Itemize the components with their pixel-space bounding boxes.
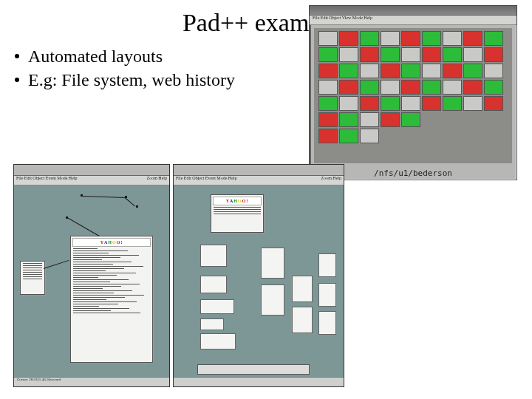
filesystem-tile bbox=[339, 64, 358, 78]
page-panel-small bbox=[292, 276, 313, 302]
page-panel-small bbox=[20, 261, 45, 295]
bullet-dot-icon bbox=[15, 78, 19, 82]
yahoo-logo: YAHOO! bbox=[213, 197, 262, 205]
filesystem-tile bbox=[318, 129, 338, 143]
bullet-dot-icon bbox=[15, 54, 19, 58]
filesystem-tile bbox=[463, 64, 482, 78]
filesystem-canvas bbox=[314, 28, 512, 163]
filesystem-screenshot: File Edit Object View Mode Help /nfs/u1/… bbox=[309, 5, 517, 180]
filesystem-tile bbox=[318, 64, 338, 78]
filesystem-tile bbox=[401, 64, 420, 78]
window-titlebar bbox=[310, 6, 516, 16]
bullet-item: Automated layouts bbox=[15, 44, 259, 68]
filesystem-tile bbox=[318, 96, 338, 111]
page-panel-small bbox=[200, 333, 236, 349]
filesystem-tile bbox=[339, 129, 358, 143]
filesystem-tile bbox=[381, 31, 400, 46]
filesystem-tile bbox=[401, 31, 420, 46]
window-menubar: File Edit Object Event Mode Help Zoom He… bbox=[174, 176, 344, 185]
filesystem-tile bbox=[360, 96, 379, 111]
filesystem-tile bbox=[443, 96, 462, 111]
page-panel-small bbox=[200, 318, 224, 330]
graph-edge bbox=[44, 260, 69, 269]
filesystem-tile bbox=[484, 96, 503, 111]
filesystem-tile bbox=[484, 64, 503, 78]
window-titlebar bbox=[14, 165, 169, 176]
bullet-text: Automated layouts bbox=[28, 44, 163, 68]
filesystem-tile bbox=[443, 47, 462, 62]
filesystem-tile bbox=[381, 80, 400, 95]
filesystem-tile bbox=[484, 31, 503, 46]
bullet-text: E.g: File system, web history bbox=[28, 68, 235, 92]
page-panel: YAHOO! bbox=[211, 194, 264, 233]
filesystem-tile bbox=[339, 31, 358, 46]
toolbar-row bbox=[197, 364, 310, 375]
filesystem-tile bbox=[443, 80, 462, 95]
bullet-item: E.g: File system, web history bbox=[15, 68, 259, 92]
filesystem-tile bbox=[463, 96, 482, 111]
filesystem-tile bbox=[422, 64, 441, 78]
menu-text: File Edit Object Event Mode Help bbox=[176, 176, 236, 185]
page-panel-small bbox=[318, 311, 336, 335]
menu-text: Zoom Help bbox=[147, 176, 168, 185]
filesystem-tile bbox=[339, 96, 358, 111]
filesystem-tile bbox=[422, 96, 441, 111]
filesystem-tile bbox=[463, 80, 482, 95]
filesystem-tile bbox=[401, 80, 420, 95]
page-panel-small bbox=[261, 284, 284, 316]
filesystem-tile bbox=[401, 112, 420, 127]
menu-text: File Edit Object Event Mode Help bbox=[16, 176, 77, 185]
filesystem-tile bbox=[484, 47, 503, 62]
filesystem-tile bbox=[463, 31, 482, 46]
filesystem-tile bbox=[360, 80, 379, 95]
filesystem-tile bbox=[422, 31, 441, 46]
filesystem-tile bbox=[443, 31, 462, 46]
filesystem-tile bbox=[422, 80, 441, 95]
webhistory-screenshot-left: File Edit Object Event Mode Help Zoom He… bbox=[13, 164, 170, 387]
filesystem-tile bbox=[318, 112, 338, 127]
filesystem-tile bbox=[463, 47, 482, 62]
window-titlebar bbox=[174, 165, 344, 176]
yahoo-logo: YAHOO! bbox=[72, 238, 151, 247]
page-panel-small bbox=[318, 283, 336, 307]
filesystem-tile bbox=[381, 96, 400, 111]
filesystem-tile bbox=[360, 112, 379, 127]
graph-node bbox=[136, 205, 138, 208]
window-statusbar bbox=[174, 377, 344, 386]
filesystem-tile bbox=[381, 47, 400, 62]
filesystem-tile bbox=[360, 31, 379, 46]
window-statusbar: Cursor: 28.0355 46.56second bbox=[14, 377, 169, 386]
page-panel: YAHOO! bbox=[70, 236, 153, 363]
window-menubar: File Edit Object View Mode Help bbox=[310, 16, 516, 25]
menu-text: Zoom Help bbox=[321, 176, 342, 185]
graph-edge bbox=[67, 217, 100, 236]
filesystem-tile bbox=[381, 64, 400, 78]
filesystem-tile bbox=[360, 64, 379, 78]
page-panel-small bbox=[261, 248, 284, 279]
page-panel-small bbox=[200, 245, 227, 267]
filesystem-tile bbox=[360, 129, 379, 143]
window-menubar: File Edit Object Event Mode Help Zoom He… bbox=[14, 176, 169, 185]
filesystem-tile bbox=[339, 112, 358, 127]
filesystem-tile bbox=[443, 64, 462, 78]
filesystem-tile bbox=[401, 47, 420, 62]
figure-area: File Edit Object View Mode Help /nfs/u1/… bbox=[13, 164, 517, 386]
page-panel-small bbox=[318, 253, 336, 277]
filesystem-tile bbox=[339, 80, 358, 95]
page-panel-small bbox=[200, 299, 234, 314]
webhistory-screenshot-right: File Edit Object Event Mode Help Zoom He… bbox=[173, 164, 344, 387]
filesystem-tile bbox=[360, 47, 379, 62]
filesystem-tile bbox=[318, 47, 338, 62]
bullet-list: Automated layouts E.g: File system, web … bbox=[15, 44, 259, 92]
filesystem-tile bbox=[318, 31, 338, 46]
page-panel-small bbox=[292, 307, 313, 333]
filesystem-tile bbox=[381, 112, 400, 127]
page-panel-small bbox=[200, 276, 227, 293]
graph-edge bbox=[82, 196, 125, 198]
filesystem-tile bbox=[401, 96, 420, 111]
filesystem-tile bbox=[339, 47, 358, 62]
filesystem-tile bbox=[318, 80, 338, 95]
filesystem-tile bbox=[422, 47, 441, 62]
graph-edge bbox=[125, 197, 135, 206]
filesystem-tile bbox=[484, 80, 503, 95]
